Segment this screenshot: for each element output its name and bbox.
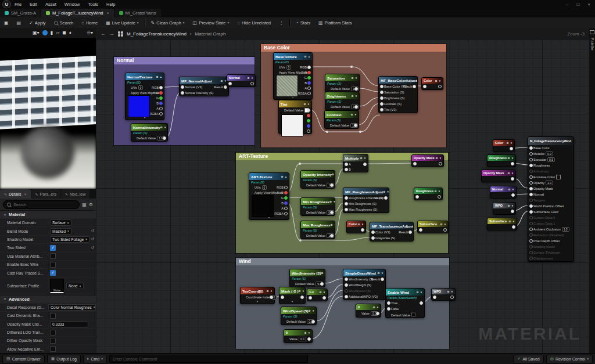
roughness-reroute-decl[interactable]: Roughness⚙ ▾ [414,188,443,200]
gear-icon[interactable]: ⚙ ▾ [383,190,389,193]
menu-asset[interactable]: Asset [45,2,56,7]
grid-view-icon[interactable]: ▦ [82,202,87,207]
subsurface-reroute-use[interactable]: Subsurface⚙ ▾ [487,218,517,230]
input-pin[interactable] [345,163,348,166]
input-pin[interactable] [228,82,232,85]
roughness-reroute-use[interactable]: Roughness⚙ ▾ [487,154,516,167]
input-pin[interactable] [529,175,533,179]
node-header[interactable]: Color⚙ ▾ [347,221,365,227]
output-pin[interactable] [320,282,324,286]
value-box[interactable]: 0 [262,185,267,190]
input-pin[interactable] [380,85,383,88]
property-checkbox[interactable]: ✓ [50,270,56,276]
gear-icon[interactable]: ⚙ ▾ [508,220,515,223]
asset-dropdown[interactable]: None▾ [66,283,84,289]
output-pin[interactable] [307,66,311,69]
gear-icon[interactable]: ⚙ ▾ [330,224,335,226]
search-input[interactable]: Search [3,200,80,209]
section-header-advanced[interactable]: ▼Advanced [0,295,96,303]
input-pin[interactable] [345,168,348,171]
view-options-icon[interactable]: ▣▾ [33,30,40,36]
value-box[interactable]: 0.0 [546,152,553,156]
brightness-param[interactable]: Brightness⚙ ▾Param (S)Default Value1.0 [325,92,360,110]
input-pin[interactable] [387,307,390,311]
console-command-input[interactable]: Enter Console Command [109,355,308,363]
node-header[interactable]: NormalIntensity⚙ ▾ [131,124,167,131]
platform-stats-button[interactable]: ▥Platform Stats [314,17,356,28]
output-pin[interactable] [438,195,441,199]
gear-icon[interactable]: ⚙ ▾ [160,126,167,129]
min-roughness-param[interactable]: Min Roughness⚙ ▾Param (S)Default Value0.… [300,197,335,216]
output-pin[interactable] [307,119,310,122]
graph-canvas[interactable]: NormalBase ColorART-TextureWind NormalTe… [96,39,589,353]
output-pin[interactable] [511,177,514,181]
input-pin[interactable] [345,295,348,298]
output-pin[interactable] [381,277,384,281]
normal-reroute-use[interactable]: Normal⚙ ▾ [490,186,517,199]
output-pin[interactable] [284,207,288,210]
wind-intensity-param[interactable]: WindIntensity (S)⚙ ▾Param (S)Default Val… [289,269,325,287]
property-dropdown[interactable]: Color Normal Roughnes▾ [48,304,96,311]
output-pin[interactable] [354,87,358,91]
output-pin[interactable] [307,124,310,128]
property-checkbox[interactable]: ✓ [50,245,56,251]
node-header[interactable]: BaseTexture⚙ ▴ [274,53,312,60]
input-pin[interactable] [529,210,533,214]
input-pin[interactable] [380,91,383,94]
input-pin[interactable] [415,195,419,199]
input-pin[interactable] [529,164,533,167]
all-saved-button[interactable]: ✓All Saved [513,355,543,363]
node-header[interactable]: Normal⚙ ▾ [490,186,516,192]
output-pin[interactable] [159,112,163,116]
property-checkbox[interactable] [50,346,56,352]
menu-edit[interactable]: Edit [30,2,37,7]
input-pin[interactable] [371,230,375,234]
output-pin[interactable] [438,85,442,88]
output-pin[interactable] [159,86,163,89]
input-pin[interactable] [309,296,312,300]
output-pin[interactable] [307,92,311,95]
node-header[interactable]: Opacity Mask⚙ ▾ [412,155,443,161]
preview-plane-icon[interactable]: ▱ [56,30,59,36]
node-header[interactable]: MF_TranslucencyAdjust⚙ ▾ [370,222,413,229]
gear-icon[interactable]: ⚙ ▾ [377,272,383,275]
mf-normal-adjust-node[interactable]: MF_NormalAdjust⚙ ▾Normal (V3)ResultNorma… [179,77,229,96]
menu-tools[interactable]: Tools [88,2,98,7]
one-minus-node[interactable]: 1-x⚙ ▾ [307,289,328,301]
property-checkbox[interactable] [50,313,56,319]
gear-icon[interactable]: ⚙ ▴ [281,175,287,178]
node-header[interactable]: 1-x⚙ ▾ [307,289,327,295]
palette-side-tab[interactable]: Palette [589,28,595,353]
node-header[interactable]: Mask ( G )⚙ ▾ [279,287,305,294]
gear-icon[interactable]: ⚙ ▾ [416,291,422,294]
input-pin[interactable] [419,228,422,232]
asset-tab[interactable]: M_FoliageT...lucencyWind× [41,9,114,17]
input-pin[interactable] [345,196,348,200]
node-header[interactable]: Contrast⚙ ▾ [325,111,359,118]
mf-base-color-adjust-node[interactable]: MF_BaseColorAdjust⚙ ▾Base Color (V3)Resu… [378,76,418,113]
input-pin[interactable] [529,199,533,202]
input-pin[interactable] [345,208,348,211]
output-pin[interactable] [163,136,166,140]
asset-tab[interactable]: MI_GrassPlains [114,9,161,17]
property-checkbox[interactable] [50,253,56,259]
gear-icon[interactable]: ⚙ ▾ [220,80,227,82]
gear-icon[interactable]: ⚙ ▾ [435,80,441,82]
input-pin[interactable] [423,85,426,88]
output-pin[interactable] [311,320,315,323]
apply-button[interactable]: ✓Apply [25,17,49,28]
node-header[interactable]: Subsurface⚙ ▾ [418,221,448,227]
texcoord-node[interactable]: TexCoord[0]⚙ ▾Coordinate Index0▾ [240,287,275,304]
reset-to-default-icon[interactable]: ↺ [91,246,94,250]
output-pin[interactable] [284,201,288,205]
gear-icon[interactable]: ⚙ ▾ [350,113,357,116]
max-roughness-param[interactable]: Max Roughness⚙ ▾Param (S)Default Value1.… [300,221,335,239]
node-header[interactable]: M_FoliageTranslucencyWind [528,137,574,145]
input-pin[interactable] [380,108,383,111]
wind-speed-param[interactable]: WindSpeed (S)⚙ ▾Param (S)Default Value0.… [281,307,317,325]
output-pin[interactable] [413,85,416,88]
value-box[interactable]: 0.0 [299,337,306,341]
output-pin[interactable] [330,234,334,237]
live-update-button[interactable]: ▦Live Update▾ [102,17,142,28]
input-pin[interactable] [529,181,533,185]
